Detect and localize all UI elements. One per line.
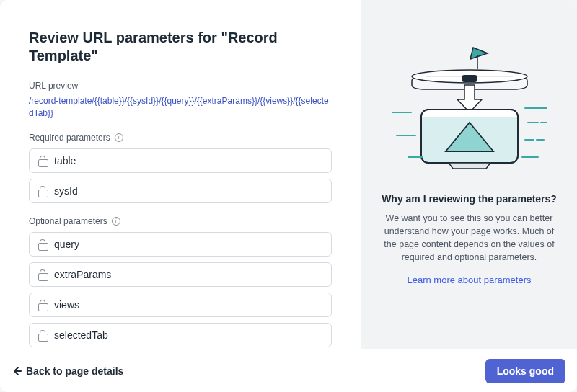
- arrow-left-icon: [12, 366, 22, 376]
- lock-icon: [38, 300, 47, 310]
- page-title: Review URL parameters for "Record Templa…: [29, 29, 332, 65]
- param-field-extraparams[interactable]: extraParams: [29, 262, 332, 287]
- param-name: sysId: [54, 185, 78, 197]
- param-name: selectedTab: [54, 329, 108, 341]
- back-button[interactable]: Back to page details: [12, 365, 123, 377]
- param-field-selectedtab[interactable]: selectedTab: [29, 323, 332, 347]
- lock-icon: [38, 186, 47, 196]
- svg-rect-4: [462, 75, 477, 82]
- lock-icon: [38, 270, 47, 280]
- optional-params-label: Optional parameters: [29, 216, 332, 226]
- info-icon[interactable]: [115, 133, 123, 142]
- learn-more-link[interactable]: Learn more about parameters: [408, 275, 532, 285]
- sidebar-heading: Why am I reviewing the parameters?: [382, 193, 557, 205]
- lock-icon: [38, 156, 47, 166]
- svg-marker-0: [470, 48, 488, 59]
- dialog-frame: Review URL parameters for "Record Templa…: [0, 0, 577, 392]
- right-panel: Why am I reviewing the parameters? We wa…: [361, 0, 577, 349]
- param-name: extraParams: [54, 269, 111, 280]
- url-preview-label: URL preview: [29, 81, 332, 91]
- optional-params-label-text: Optional parameters: [29, 216, 107, 226]
- sidebar-body: We want you to see this so you can bette…: [377, 212, 561, 264]
- illustration: [387, 43, 552, 173]
- url-preview-label-text: URL preview: [29, 81, 78, 91]
- required-params-label-text: Required parameters: [29, 133, 110, 143]
- dialog-content: Review URL parameters for "Record Templa…: [0, 0, 577, 349]
- url-preview-value: /record-template/{{table}}/{{sysId}}/{{q…: [29, 95, 332, 120]
- param-field-query[interactable]: query: [29, 232, 332, 257]
- dialog-footer: Back to page details Looks good: [0, 349, 577, 392]
- param-field-views[interactable]: views: [29, 293, 332, 317]
- param-name: views: [54, 299, 79, 311]
- back-button-label: Back to page details: [26, 365, 123, 377]
- left-panel: Review URL parameters for "Record Templa…: [0, 0, 361, 349]
- param-name: table: [54, 155, 76, 166]
- param-field-sysid[interactable]: sysId: [29, 179, 332, 203]
- looks-good-button[interactable]: Looks good: [485, 359, 565, 383]
- lock-icon: [38, 239, 47, 249]
- required-params-label: Required parameters: [29, 133, 332, 143]
- info-icon[interactable]: [112, 217, 120, 226]
- param-field-table[interactable]: table: [29, 148, 332, 173]
- lock-icon: [38, 330, 47, 340]
- param-name: query: [54, 239, 79, 250]
